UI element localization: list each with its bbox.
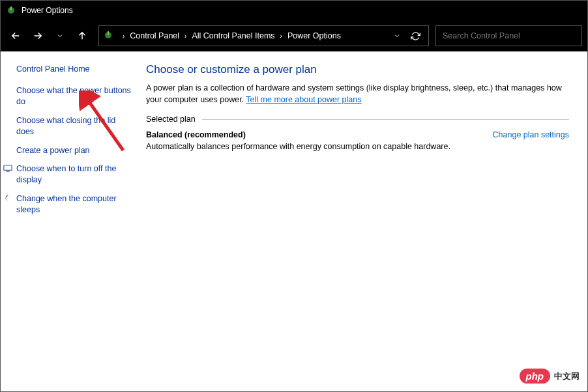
back-button[interactable] [6,26,25,46]
chevron-right-icon[interactable]: › [119,33,128,40]
svg-rect-4 [4,165,12,171]
sidebar: Control Panel Home Choose what the power… [1,51,141,391]
breadcrumb: › Control Panel › All Control Panel Item… [119,31,342,40]
window-title: Power Options [22,6,73,15]
sidebar-item-turn-off-display[interactable]: Choose when to turn off the display [16,163,133,186]
sidebar-item-create-plan[interactable]: Create a power plan [16,145,133,156]
power-plan-row: Balanced (recommended) Automatically bal… [146,130,569,151]
breadcrumb-all-items[interactable]: All Control Panel Items [190,31,276,40]
control-panel-home-link[interactable]: Control Panel Home [16,64,133,74]
svg-rect-5 [6,171,9,172]
chevron-right-icon[interactable]: › [181,33,190,40]
search-input[interactable] [443,31,575,40]
sidebar-item-label: Choose what closing the lid does [16,115,133,137]
change-plan-settings-link[interactable]: Change plan settings [493,130,569,139]
watermark: php 中文网 [520,369,580,384]
sidebar-item-label: Change when the computer sleeps [16,193,133,216]
recent-dropdown-button[interactable] [50,26,70,46]
refresh-button[interactable] [406,27,424,45]
breadcrumb-power-options[interactable]: Power Options [286,31,342,40]
sidebar-item-power-buttons[interactable]: Choose what the power buttons do [16,85,133,107]
chevron-right-icon[interactable]: › [276,33,286,40]
watermark-text: 中文网 [554,371,580,382]
page-title: Choose or customize a power plan [146,63,569,76]
navigation-bar: › Control Panel › All Control Panel Item… [1,20,587,51]
window-titlebar: Power Options [1,1,587,20]
search-box[interactable] [435,25,582,46]
sidebar-item-label: Choose when to turn off the display [16,163,133,186]
moon-icon [3,193,14,206]
plan-description: Automatically balances performance with … [146,142,450,151]
section-label: Selected plan [146,115,202,124]
sidebar-item-label: Create a power plan [16,145,90,156]
power-options-icon [103,30,115,42]
svg-rect-3 [108,31,109,35]
power-options-icon [6,5,16,16]
content-area: Control Panel Home Choose what the power… [1,51,587,391]
selected-plan-header: Selected plan [146,115,569,124]
breadcrumb-control-panel[interactable]: Control Panel [128,31,181,40]
up-button[interactable] [72,26,92,46]
learn-more-link[interactable]: Tell me more about power plans [246,95,361,104]
plan-name: Balanced (recommended) [146,130,450,139]
sidebar-item-computer-sleeps[interactable]: Change when the computer sleeps [16,193,133,216]
address-bar[interactable]: › Control Panel › All Control Panel Item… [98,25,429,46]
sidebar-item-closing-lid[interactable]: Choose what closing the lid does [16,115,133,137]
php-logo: php [520,369,551,384]
display-icon [3,163,14,176]
sidebar-item-label: Choose what the power buttons do [16,85,133,107]
forward-button[interactable] [28,26,48,46]
address-dropdown-button[interactable] [388,27,406,45]
page-description: A power plan is a collection of hardware… [146,83,569,105]
svg-rect-1 [10,7,12,10]
main-panel: Choose or customize a power plan A power… [141,51,587,391]
divider-line [202,119,569,120]
